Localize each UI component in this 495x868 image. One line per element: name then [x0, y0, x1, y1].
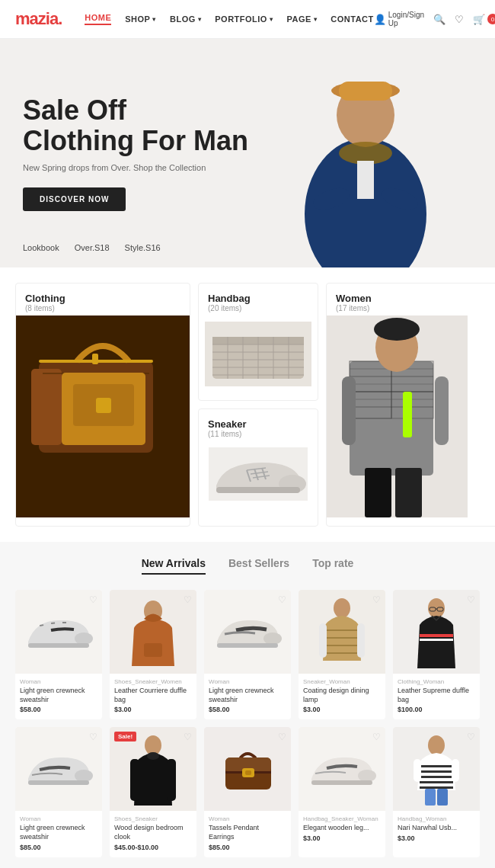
product-info-9: Handbag_Sneaker_Woman Elegant wooden leg… — [299, 811, 385, 848]
wishlist-button[interactable]: ♡ — [455, 14, 464, 25]
product-card-10[interactable]: ♡ Handbag_Woman Nari Narwhal Usb... $3.0… — [393, 727, 480, 857]
product-category-8: Woman — [209, 815, 286, 822]
chevron-down-icon: ▾ — [314, 16, 318, 23]
nav-item-portfolio[interactable]: PORTFOLIO▾ — [215, 14, 273, 24]
handbag-illustration — [205, 322, 311, 386]
svg-point-84 — [147, 752, 159, 760]
product-image-5: ♡ — [393, 590, 480, 674]
wishlist-icon-10[interactable]: ♡ — [467, 732, 475, 742]
sneaker-illustration — [209, 447, 308, 501]
logo[interactable]: mazia. — [15, 9, 62, 29]
svg-point-92 — [428, 735, 445, 755]
product-card-1[interactable]: ♡ Woman Light green crewneck sweatshir $… — [15, 590, 102, 719]
product-card-9[interactable]: ♡ Handbag_Sneaker_Woman Elegant wooden l… — [299, 727, 385, 857]
login-button[interactable]: 👤 Login/Sign Up — [374, 11, 424, 27]
wishlist-icon-8[interactable]: ♡ — [278, 732, 286, 742]
nav-blog-label: BLOG — [170, 14, 196, 24]
product-image-6: ♡ — [15, 727, 102, 811]
product-image-8: ♡ — [204, 727, 291, 811]
wishlist-icon-9[interactable]: ♡ — [372, 732, 381, 742]
hero-link-overs18[interactable]: Over.S18 — [75, 243, 110, 252]
product-category-4: Sneaker_Woman — [303, 678, 381, 685]
hero-link-styles16[interactable]: Style.S16 — [125, 243, 161, 252]
product-image-9: ♡ — [299, 727, 385, 811]
svg-rect-99 — [452, 759, 459, 782]
nav-item-home[interactable]: HOME — [85, 13, 111, 25]
product-card-5[interactable]: ♡ Clothing_Woman Leather Supreme duffle … — [393, 590, 480, 719]
svg-rect-33 — [216, 487, 300, 493]
svg-rect-13 — [92, 354, 98, 364]
tab-top-rate[interactable]: Top rate — [312, 557, 353, 575]
search-icon: 🔍 — [433, 14, 446, 25]
product-card-6[interactable]: ♡ Woman Light green crewneck sweatshir $… — [15, 727, 102, 857]
product-info-6: Woman Light green crewneck sweatshir $85… — [15, 811, 102, 857]
sneaker-count: (11 items) — [208, 430, 308, 438]
product-card-4[interactable]: ♡ Sneaker_Woman Coating design dining la… — [299, 590, 385, 719]
wishlist-icon-6[interactable]: ♡ — [89, 732, 97, 742]
header-icons: 👤 Login/Sign Up 🔍 ♡ 🛒 0 ☰ — [374, 11, 495, 27]
product-category-7: Shoes_Sneaker — [114, 815, 192, 822]
user-icon: 👤 — [374, 14, 386, 25]
product-card-2[interactable]: ♡ Shoes_Sneaker_Women Leather Courriere … — [110, 590, 196, 719]
product-name-6: Light green crewneck sweatshir — [20, 824, 97, 841]
svg-rect-101 — [437, 789, 448, 806]
wishlist-icon-4[interactable]: ♡ — [372, 594, 381, 605]
nav-item-blog[interactable]: BLOG▾ — [170, 14, 201, 24]
product-card-8[interactable]: ♡ Woman Tassels Pendant Earrings $85.00 — [204, 727, 291, 857]
product-info-1: Woman Light green crewneck sweatshir $58… — [15, 674, 102, 719]
cart-count: 0 — [487, 14, 495, 24]
product-name-2: Leather Courriere duffle bag — [114, 687, 192, 704]
category-sneaker[interactable]: Sneaker (11 items) — [198, 408, 318, 527]
header: mazia. HOME SHOP▾ BLOG▾ PORTFOLIO▾ PAGE▾… — [0, 0, 495, 39]
product-category-6: Woman — [20, 815, 97, 822]
svg-rect-82 — [130, 759, 139, 801]
svg-point-56 — [374, 318, 420, 341]
product-image-7: Sale! ♡ — [110, 727, 196, 811]
product-price-8: $85.00 — [209, 844, 286, 851]
category-handbag[interactable]: Handbag (20 items) — [198, 283, 318, 401]
hero-section: Sale Off Clothing For Man New Spring dro… — [0, 39, 495, 267]
sneaker-name: Sneaker — [208, 418, 308, 430]
svg-rect-98 — [414, 759, 421, 782]
products-grid-row2: ♡ Woman Light green crewneck sweatshir $… — [15, 727, 480, 857]
svg-rect-63 — [144, 643, 162, 657]
wishlist-icon-1[interactable]: ♡ — [89, 594, 97, 605]
product-name-1: Light green crewneck sweatshir — [20, 687, 97, 704]
product-price-5: $100.00 — [398, 706, 475, 713]
svg-rect-61 — [62, 622, 66, 623]
product-name-4: Coating design dining lamp — [303, 687, 381, 704]
hero-image — [259, 39, 472, 267]
svg-rect-8 — [357, 161, 374, 199]
product-name-10: Nari Narwhal Usb... — [398, 824, 475, 833]
product-price-7: $45.00-$10.00 — [114, 844, 192, 851]
product-image-1: ♡ — [15, 590, 102, 674]
product-price-2: $3.00 — [114, 706, 192, 713]
product-info-2: Shoes_Sneaker_Women Leather Courriere du… — [110, 674, 196, 719]
tab-new-arrivals[interactable]: New Arrivals — [142, 557, 206, 575]
svg-point-90 — [358, 770, 376, 782]
svg-rect-72 — [357, 623, 365, 658]
wishlist-icon-3[interactable]: ♡ — [278, 594, 286, 605]
cart-button[interactable]: 🛒 0 — [473, 14, 495, 25]
category-clothing[interactable]: Clothing (8 items) — [15, 283, 190, 527]
nav-item-page[interactable]: PAGE▾ — [286, 14, 317, 24]
product-price-6: $85.00 — [20, 844, 97, 851]
nav-page-label: PAGE — [286, 14, 311, 24]
svg-rect-80 — [28, 780, 89, 785]
nav-shop-label: SHOP — [125, 14, 150, 24]
vest-image — [319, 596, 365, 668]
wishlist-icon-2[interactable]: ♡ — [184, 594, 192, 605]
product-card-7[interactable]: Sale! ♡ Shoes_Sneaker Wood design bedroo… — [110, 727, 196, 857]
tab-best-sellers[interactable]: Best Sellers — [228, 557, 289, 575]
svg-rect-97 — [420, 786, 453, 789]
wishlist-icon-7[interactable]: ♡ — [184, 732, 192, 742]
wishlist-icon-5[interactable]: ♡ — [467, 594, 475, 605]
hero-link-lookbook[interactable]: Lookbook — [23, 243, 59, 252]
discover-now-button[interactable]: DISCOVER NOW — [23, 187, 126, 211]
search-button[interactable]: 🔍 — [433, 14, 446, 25]
category-women[interactable]: Women (17 items) — [326, 283, 495, 527]
product-card-3[interactable]: ♡ Woman Light green crewneck sweatshir $… — [204, 590, 291, 719]
nav-item-shop[interactable]: SHOP▾ — [125, 14, 156, 24]
product-info-7: Shoes_Sneaker Wood design bedroom clook … — [110, 811, 196, 857]
nav-item-contact[interactable]: CONTACT — [331, 14, 373, 24]
